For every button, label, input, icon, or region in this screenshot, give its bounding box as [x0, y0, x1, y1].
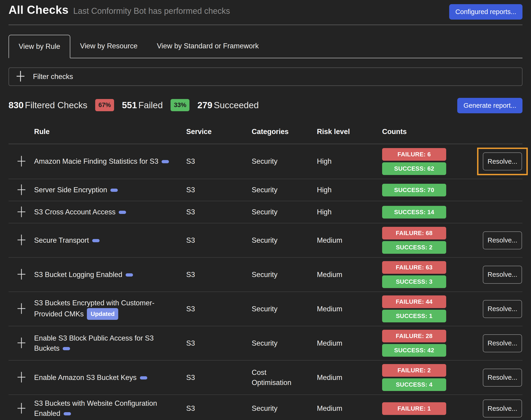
updated-badge — [63, 347, 70, 350]
risk-level-cell: High — [317, 185, 382, 195]
success-count-badge: SUCCESS: 42 — [382, 344, 446, 357]
failure-count-badge: FAILURE: 28 — [382, 330, 446, 342]
resolve-button[interactable]: Resolve... — [483, 400, 522, 418]
success-count-badge: SUCCESS: 3 — [382, 275, 446, 288]
filtered-checks-label: Filtered Checks — [25, 100, 87, 110]
counts-cell: FAILURE: 1 — [382, 402, 483, 415]
table-row: S3 Cross Account Access S3 Security High… — [9, 201, 522, 223]
failure-count-badge: FAILURE: 68 — [382, 227, 446, 240]
updated-badge — [110, 189, 118, 192]
plus-icon — [17, 184, 26, 196]
filter-checks-bar[interactable]: Filter checks — [9, 67, 522, 86]
risk-level-cell: Medium — [317, 338, 382, 348]
counts-cell: FAILURE: 6SUCCESS: 62 — [382, 148, 483, 175]
failed-stat: 551Failed — [122, 100, 163, 110]
annotation-highlight-box: Resolve... — [477, 148, 528, 175]
expand-row-button[interactable] — [17, 234, 26, 247]
success-count-badge: SUCCESS: 4 — [382, 378, 446, 391]
categories-cell: Security — [252, 156, 317, 166]
risk-level-cell: Medium — [317, 373, 382, 383]
table-row: Server Side Encryption S3 Security High … — [9, 179, 522, 201]
counts-cell: FAILURE: 44SUCCESS: 1 — [382, 295, 483, 322]
succeeded-count: 279 — [197, 100, 212, 110]
expand-row-button[interactable] — [17, 402, 26, 415]
plus-icon — [17, 155, 26, 168]
updated-badge — [64, 412, 71, 415]
service-cell: S3 — [186, 404, 252, 414]
expand-row-button[interactable] — [17, 371, 26, 384]
rule-name: Server Side Encryption — [34, 186, 107, 194]
service-cell: S3 — [186, 156, 252, 166]
rule-name: S3 Buckets with Website Configuration En… — [34, 399, 157, 418]
rule-cell: S3 Bucket Logging Enabled — [34, 270, 186, 280]
counts-cell: SUCCESS: 70 — [382, 184, 483, 196]
service-cell: S3 — [186, 304, 252, 314]
table-body: Amazon Macie Finding Statistics for S3 S… — [9, 144, 522, 420]
resolve-button[interactable]: Resolve... — [483, 369, 522, 387]
failure-count-badge: FAILURE: 44 — [382, 295, 446, 308]
tab-view-by-rule[interactable]: View by Rule — [9, 35, 70, 58]
rule-name: S3 Bucket Logging Enabled — [34, 270, 122, 279]
rule-cell: S3 Cross Account Access — [34, 207, 186, 217]
resolve-button[interactable]: Resolve... — [483, 300, 522, 318]
table-row: S3 Buckets with Website Configuration En… — [9, 395, 522, 420]
actions-cell: Resolve... — [483, 334, 522, 352]
page-header: All Checks Last Conformity Bot has perfo… — [9, 0, 522, 20]
tab-view-by-standard-or-framework[interactable]: View by Standard or Framework — [147, 35, 268, 58]
success-count-badge: SUCCESS: 2 — [382, 241, 446, 254]
risk-level-cell: Medium — [317, 235, 382, 245]
service-cell: S3 — [186, 338, 252, 348]
column-header-categories: Categories — [252, 127, 317, 137]
succeeded-label: Succeeded — [214, 100, 259, 110]
rule-cell: Amazon Macie Finding Statistics for S3 — [34, 156, 186, 166]
column-header-rule: Rule — [34, 127, 186, 137]
table-row: S3 Buckets Encrypted with Customer-Provi… — [9, 292, 522, 326]
service-cell: S3 — [186, 185, 252, 195]
page-subtitle: Last Conformity Bot has performed checks — [73, 6, 230, 16]
plus-icon — [17, 371, 26, 384]
resolve-button[interactable]: Resolve... — [483, 266, 522, 284]
table-header-row: Rule Service Categories Risk level Count… — [9, 127, 522, 144]
rule-name: Secure Transport — [34, 236, 89, 244]
expand-row-button[interactable] — [17, 155, 26, 168]
expander-cell — [9, 184, 34, 196]
resolve-button[interactable]: Resolve... — [483, 231, 522, 249]
plus-icon — [16, 70, 25, 83]
filtered-checks-stat: 830Filtered Checks — [9, 100, 87, 110]
rule-name: Enable Amazon S3 Bucket Keys — [34, 374, 137, 382]
expand-row-button[interactable] — [17, 184, 26, 196]
generate-report-button[interactable]: Generate report... — [457, 98, 522, 113]
plus-icon — [17, 402, 26, 415]
expander-cell — [9, 234, 34, 247]
plus-icon — [17, 302, 26, 315]
filtered-checks-count: 830 — [9, 100, 24, 110]
risk-level-cell: Medium — [317, 304, 382, 314]
counts-cell: FAILURE: 63SUCCESS: 3 — [382, 261, 483, 288]
expand-row-button[interactable] — [17, 268, 26, 281]
table-row: Secure Transport S3 Security Medium FAIL… — [9, 223, 522, 258]
table-row: Enable S3 Block Public Access for S3 Buc… — [9, 326, 522, 360]
rule-name: S3 Cross Account Access — [34, 208, 115, 216]
failure-count-badge: FAILURE: 63 — [382, 261, 446, 274]
actions-cell: Resolve... — [483, 369, 522, 387]
configured-reports-button[interactable]: Configured reports... — [449, 4, 522, 20]
all-checks-page: All Checks Last Conformity Bot has perfo… — [0, 0, 531, 420]
success-count-badge: SUCCESS: 62 — [382, 162, 446, 175]
categories-cell: Security — [252, 304, 317, 314]
rule-cell: Server Side Encryption — [34, 185, 186, 195]
plus-icon — [17, 234, 26, 247]
expand-row-button[interactable] — [17, 206, 26, 219]
plus-icon — [17, 337, 26, 349]
succeeded-percent-badge: 33% — [171, 99, 189, 111]
expander-cell — [9, 337, 34, 349]
table-row: Amazon Macie Finding Statistics for S3 S… — [9, 144, 522, 179]
expander-cell — [9, 402, 34, 415]
expand-row-button[interactable] — [17, 337, 26, 349]
column-header-service: Service — [186, 127, 252, 137]
plus-icon — [17, 268, 26, 281]
expand-row-button[interactable] — [17, 302, 26, 315]
resolve-button[interactable]: Resolve... — [483, 152, 522, 170]
tab-view-by-resource[interactable]: View by Resource — [70, 35, 147, 58]
service-cell: S3 — [186, 235, 252, 245]
resolve-button[interactable]: Resolve... — [483, 334, 522, 352]
